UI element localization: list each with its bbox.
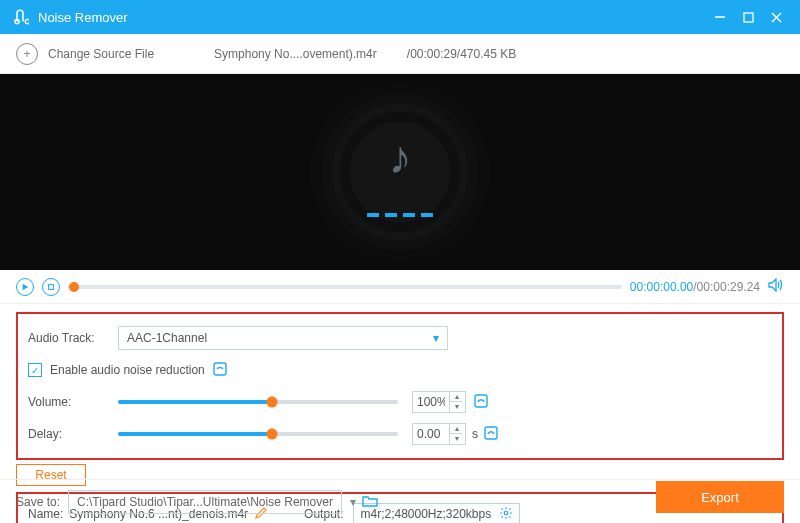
time-current: 00:00:00.00 bbox=[630, 280, 693, 294]
noise-reduction-checkbox[interactable]: ✓ bbox=[28, 363, 42, 377]
delay-up-stepper[interactable]: ▴ bbox=[450, 424, 463, 434]
volume-slider[interactable] bbox=[118, 400, 398, 404]
svg-rect-9 bbox=[485, 427, 497, 439]
volume-input[interactable]: ▴▾ bbox=[412, 391, 466, 413]
change-source-button[interactable]: + Change Source File bbox=[16, 43, 154, 65]
audio-track-value: AAC-1Channel bbox=[127, 331, 207, 345]
save-to-label: Save to: bbox=[16, 495, 60, 509]
speaker-icon[interactable] bbox=[768, 278, 784, 295]
maximize-button[interactable] bbox=[734, 3, 762, 31]
save-path-field[interactable]: C:\Tipard Studio\Tipar...Ultimate\Noise … bbox=[68, 490, 342, 514]
close-button[interactable] bbox=[762, 3, 790, 31]
seek-slider[interactable] bbox=[68, 285, 622, 289]
time-display: 00:00:00.00/00:00:29.24 bbox=[630, 280, 760, 294]
change-source-label: Change Source File bbox=[48, 47, 154, 61]
delay-label: Delay: bbox=[28, 427, 118, 441]
svg-rect-8 bbox=[475, 395, 487, 407]
volume-reset-icon[interactable] bbox=[474, 394, 488, 411]
minimize-button[interactable] bbox=[706, 3, 734, 31]
app-title: Noise Remover bbox=[38, 10, 706, 25]
export-button[interactable]: Export bbox=[656, 481, 784, 513]
transport-bar: 00:00:00.00/00:00:29.24 bbox=[0, 270, 800, 304]
audio-track-select[interactable]: AAC-1Channel ▾ bbox=[118, 326, 448, 350]
source-toolbar: + Change Source File Symphony No....ovem… bbox=[0, 34, 800, 74]
volume-value[interactable] bbox=[413, 395, 449, 409]
open-folder-icon[interactable] bbox=[362, 494, 378, 510]
volume-label: Volume: bbox=[28, 395, 118, 409]
svg-rect-5 bbox=[49, 284, 54, 289]
audio-visualizer: ♪ bbox=[340, 112, 460, 232]
path-dropdown-icon[interactable]: ▾ bbox=[350, 495, 356, 509]
source-meta: /00:00:29/470.45 KB bbox=[407, 47, 516, 61]
source-filename: Symphony No....ovement).m4r bbox=[214, 47, 377, 61]
stop-button[interactable] bbox=[42, 278, 60, 296]
svg-rect-1 bbox=[744, 13, 753, 22]
play-button[interactable] bbox=[16, 278, 34, 296]
svg-rect-7 bbox=[214, 363, 226, 375]
audio-settings-highlight: Audio Track: AAC-1Channel ▾ ✓ Enable aud… bbox=[16, 312, 784, 460]
delay-reset-icon[interactable] bbox=[484, 426, 498, 443]
noise-reduction-label: Enable audio noise reduction bbox=[50, 363, 205, 377]
titlebar: Noise Remover bbox=[0, 0, 800, 34]
delay-unit: s bbox=[472, 427, 478, 441]
preview-area: ♪ bbox=[0, 74, 800, 270]
volume-down-stepper[interactable]: ▾ bbox=[450, 402, 463, 412]
time-total: /00:00:29.24 bbox=[693, 280, 760, 294]
music-note-icon: ♪ bbox=[389, 134, 412, 180]
noise-reduction-settings-icon[interactable] bbox=[213, 362, 227, 379]
volume-up-stepper[interactable]: ▴ bbox=[450, 392, 463, 402]
equalizer-icon bbox=[367, 213, 433, 217]
plus-icon: + bbox=[16, 43, 38, 65]
dropdown-caret-icon: ▾ bbox=[433, 331, 439, 345]
delay-input[interactable]: ▴▾ bbox=[412, 423, 466, 445]
delay-slider[interactable] bbox=[118, 432, 398, 436]
svg-marker-6 bbox=[769, 279, 776, 291]
save-path-value: C:\Tipard Studio\Tipar...Ultimate\Noise … bbox=[77, 495, 333, 509]
delay-down-stepper[interactable]: ▾ bbox=[450, 434, 463, 444]
delay-value[interactable] bbox=[413, 427, 449, 441]
app-icon bbox=[10, 7, 30, 27]
svg-marker-4 bbox=[23, 283, 29, 289]
audio-track-label: Audio Track: bbox=[28, 331, 118, 345]
